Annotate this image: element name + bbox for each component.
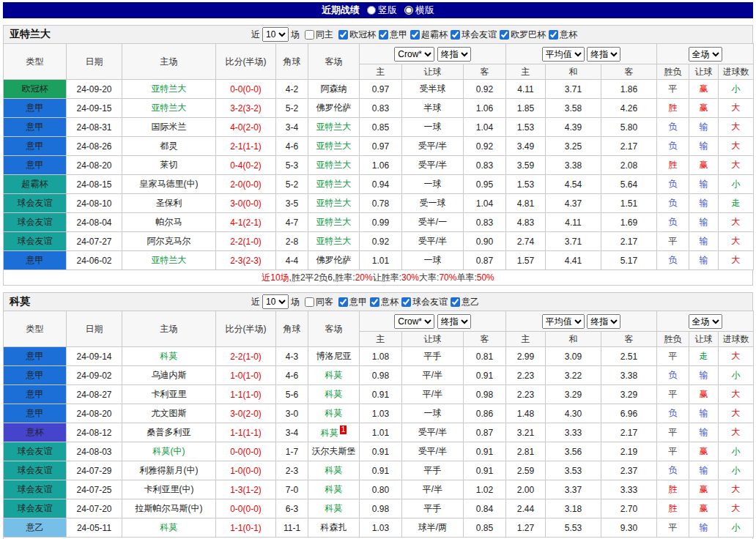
match-row: 意甲24-08-26都灵2-1(1-1)4-6亚特兰大0.97受平/半0.923…	[4, 137, 754, 156]
league-badge: 意甲	[4, 137, 67, 156]
europe-away-odds: 5.17	[601, 251, 657, 270]
match-row: 欧冠杯24-09-20亚特兰大0-0(0-0)4-2阿森纳0.97受半球0.92…	[4, 80, 754, 99]
handicap-line: 一球	[402, 404, 464, 423]
match-date: 24-08-04	[67, 213, 122, 232]
league-filter[interactable]: 欧罗巴杯	[497, 29, 546, 41]
europe-away-odds: 5.64	[601, 175, 657, 194]
league-badge: 球会友谊	[4, 213, 67, 232]
away-team: 亚特兰大	[308, 118, 360, 137]
league-filter[interactable]: 意杯	[546, 29, 577, 41]
away-team: 佛罗伦萨	[308, 251, 360, 270]
league-filter-checkbox[interactable]	[451, 297, 460, 307]
vertical-layout-radio[interactable]	[367, 6, 376, 15]
league-filter-checkbox[interactable]	[549, 30, 558, 40]
layout-option-horizontal[interactable]: 横版	[404, 4, 434, 17]
handicap-home-odds: 0.92	[360, 232, 402, 251]
europe-odds-time-select[interactable]: 终指	[587, 314, 620, 329]
league-filter-checkbox[interactable]	[401, 297, 411, 307]
league-filter-checkbox[interactable]	[410, 30, 420, 40]
league-filter[interactable]: 意甲	[336, 296, 367, 308]
europe-away-odds: 3.38	[601, 366, 657, 385]
same-venue-checkbox[interactable]	[305, 30, 314, 40]
result-handicap: 输	[689, 251, 719, 270]
league-filter-label: 球会友谊	[462, 29, 497, 41]
match-date: 24-08-12	[67, 423, 122, 442]
league-filter[interactable]: 球会友谊	[448, 29, 497, 41]
bookmaker-select[interactable]: Crow*	[394, 47, 434, 62]
games-label: 场	[291, 296, 300, 308]
league-filter[interactable]: 球会友谊	[399, 296, 448, 308]
match-date: 24-08-20	[67, 404, 122, 423]
league-badge: 球会友谊	[4, 232, 67, 251]
league-filter[interactable]: 意甲	[376, 29, 407, 41]
result-handicap: 赢	[689, 442, 719, 461]
league-filter[interactable]: 欧冠杯	[336, 29, 376, 41]
handicap-line: 一球	[402, 118, 464, 137]
same-venue-filter[interactable]: 同客	[302, 296, 333, 308]
europe-away-odds: 2.17	[601, 137, 657, 156]
col-header-corner: 角球	[276, 311, 308, 347]
handicap-line: 受一球	[402, 194, 464, 213]
match-date: 24-08-20	[67, 156, 122, 175]
league-filter-checkbox[interactable]	[379, 30, 388, 40]
subcol-europe-draw: 和	[546, 64, 601, 80]
subcol-europe-draw: 和	[546, 332, 601, 347]
europe-away-odds: 1.51	[601, 194, 657, 213]
europe-draw-odds: 3.56	[546, 442, 601, 461]
result-wdl: 平	[657, 385, 689, 404]
result-wdl: 平	[657, 442, 689, 461]
league-filter-checkbox[interactable]	[500, 30, 509, 40]
result-goals: 小	[719, 461, 754, 480]
layout-option-vertical[interactable]: 竖版	[367, 4, 397, 17]
corner-score: 11-1	[276, 518, 308, 538]
handicap-away-odds: 0.83	[464, 156, 506, 175]
europe-odds-group: 平均值 终指	[506, 44, 657, 64]
handicap-line: 平手	[402, 461, 464, 480]
subcol-result-goals: 进球数	[719, 64, 754, 80]
league-filter[interactable]: 超霸杯	[407, 29, 448, 41]
match-row: 球会友谊24-07-20拉斯帕尔马斯(中)0-0(0-0)6-3科莫0.98平手…	[4, 499, 754, 518]
result-handicap: 输	[689, 232, 719, 251]
match-count-select[interactable]: 10	[262, 27, 289, 42]
league-filter-checkbox[interactable]	[338, 30, 348, 40]
league-filter-group: 欧冠杯意甲超霸杯球会友谊欧罗巴杯意杯	[336, 29, 577, 41]
europe-away-odds: 4.26	[601, 99, 657, 118]
match-count-select[interactable]: 10	[262, 294, 289, 309]
handicap-line: 受半/一	[402, 213, 464, 232]
subcol-handicap-away: 客	[464, 64, 506, 80]
league-filter[interactable]: 意杯	[367, 296, 399, 308]
league-filter[interactable]: 意乙	[448, 296, 479, 308]
league-badge: 意甲	[4, 404, 67, 423]
result-goals: 大	[719, 156, 754, 175]
handicap-odds-time-select[interactable]: 终指	[437, 47, 471, 62]
scope-select[interactable]: 全场	[689, 314, 722, 329]
handicap-away-odds: 0.91	[464, 461, 506, 480]
europe-draw-odds: 4.39	[546, 118, 601, 137]
home-team: 乌迪内斯	[122, 366, 216, 385]
europe-draw-odds: 4.41	[546, 251, 601, 270]
score: 3-0(2-0)	[216, 404, 276, 423]
match-row: 球会友谊24-07-25卡利亚里(中)1-3(1-2)7-0科莫0.80平/半1…	[4, 480, 754, 499]
league-filter-checkbox[interactable]	[370, 297, 379, 307]
same-venue-filter[interactable]: 同主	[302, 29, 333, 41]
same-venue-checkbox[interactable]	[305, 297, 314, 307]
average-select[interactable]: 平均值	[542, 47, 585, 62]
match-row: 意杯24-08-12桑普多利亚1-1(1-1)3-4科莫11.01受平/半0.8…	[4, 423, 754, 442]
corner-score: 4-6	[276, 137, 308, 156]
league-filter-checkbox[interactable]	[338, 297, 348, 307]
corner-score: 3-5	[276, 194, 308, 213]
horizontal-layout-radio[interactable]	[404, 6, 413, 15]
europe-home-odds: 3.49	[506, 137, 546, 156]
col-header-corner: 角球	[276, 44, 308, 80]
bookmaker-select[interactable]: Crow*	[394, 314, 434, 329]
handicap-home-odds: 1.01	[360, 251, 402, 270]
europe-odds-time-select[interactable]: 终指	[587, 47, 620, 62]
home-team: 卡利亚里	[122, 385, 216, 404]
average-select[interactable]: 平均值	[542, 314, 585, 329]
handicap-odds-time-select[interactable]: 终指	[437, 314, 471, 329]
europe-away-odds: 6.96	[601, 404, 657, 423]
handicap-away-odds: 1.02	[464, 480, 506, 499]
scope-select[interactable]: 全场	[689, 47, 722, 62]
home-team: 亚特兰大	[122, 251, 216, 270]
league-filter-checkbox[interactable]	[451, 30, 460, 40]
